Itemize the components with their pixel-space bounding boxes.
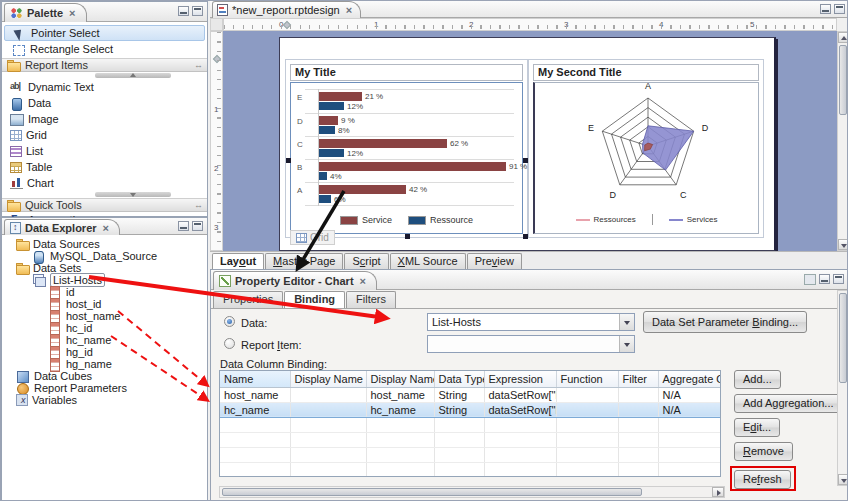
selection-handle[interactable] [286, 158, 291, 163]
column-header-filter[interactable]: Filter [618, 371, 658, 387]
selection-handle[interactable] [523, 234, 528, 239]
property-tab-binding[interactable]: Binding [284, 291, 345, 308]
editor-tab-title: *new_report.rptdesign [232, 4, 340, 16]
palette-tool-rectangle-select[interactable]: Rectangle Select [4, 41, 205, 57]
tree-item-data-sets[interactable]: Data Sets [2, 262, 207, 274]
property-editor-tab[interactable]: Property Editor - Chart × [213, 271, 377, 290]
radar-chart-plot[interactable]: ADCDE RessourcesServices [533, 82, 759, 234]
tree-item-variables[interactable]: Variables [2, 394, 207, 406]
palette-scroll-up[interactable] [2, 72, 207, 79]
edit-button[interactable]: Edit... [734, 418, 780, 437]
palette-item-data[interactable]: Data [2, 95, 207, 111]
data-radio[interactable] [224, 316, 235, 327]
column-header-expression[interactable]: Expression [484, 371, 556, 387]
grid-element-tag[interactable]: Grid [290, 230, 335, 245]
empty-row[interactable] [220, 447, 720, 462]
canvas-vertical-scrollbar[interactable] [837, 31, 848, 251]
tree-item-data-cubes[interactable]: Data Cubes [2, 370, 207, 382]
add-aggregation-button[interactable]: Add Aggregation... [734, 394, 843, 413]
minimize-icon[interactable] [819, 274, 830, 284]
editor-tab-new-report[interactable]: *new_report.rptdesign × [212, 1, 361, 18]
palette-item-dynamic-text[interactable]: Dynamic Text [2, 79, 207, 95]
column-header-name[interactable]: Name [220, 371, 290, 387]
tree-item-label: Variables [32, 394, 77, 406]
minimize-icon[interactable] [178, 6, 189, 16]
minimize-icon[interactable] [820, 4, 831, 14]
selection-handle[interactable] [405, 234, 410, 239]
close-icon[interactable]: × [346, 4, 352, 16]
ruler-marker[interactable] [283, 21, 291, 29]
tree-item-hg-name[interactable]: hg_name [2, 358, 207, 370]
add-button[interactable]: Add... [734, 370, 781, 389]
report-item-radio[interactable] [224, 338, 235, 349]
tree-item-id[interactable]: id [2, 286, 207, 298]
chart-cell-radar[interactable]: My Second Title ADCDE RessourcesServices [528, 59, 764, 238]
tree-item-hc-name[interactable]: hc_name [2, 334, 207, 346]
palette-item-table[interactable]: Table [2, 159, 207, 175]
bar-chart-plot[interactable]: E21 %12%D9 %8%C62 %12%B91 %4%A42 %6% Ser… [290, 82, 523, 234]
empty-row[interactable] [220, 432, 720, 447]
binding-row-hc_name[interactable]: hc_namehc_nameStringdataSetRow["hc...N/A [220, 402, 720, 417]
empty-row[interactable] [220, 417, 720, 432]
sync-icon[interactable] [804, 274, 816, 285]
tab-script[interactable]: Script [344, 253, 388, 269]
close-icon[interactable]: × [69, 7, 75, 19]
tree-item-mysql-data-source[interactable]: MySQL_Data_Source [2, 250, 207, 262]
palette-section-quick-tools[interactable]: Quick Tools ↔ [2, 198, 207, 212]
tree-item-list-hosts[interactable]: List-Hosts [2, 274, 207, 286]
palette-item-image[interactable]: Image [2, 111, 207, 127]
column-header-display-name-id[interactable]: Display Name ID [290, 371, 366, 387]
property-vertical-scrollbar[interactable] [837, 290, 848, 486]
refresh-button[interactable]: Refresh [734, 470, 791, 489]
empty-row[interactable] [220, 462, 720, 477]
palette-scroll-down[interactable] [2, 191, 207, 198]
ruler-marker[interactable] [213, 55, 221, 63]
layout-toggle-icon[interactable]: ↔ [194, 200, 203, 210]
palette-tab[interactable]: Palette × [4, 3, 87, 22]
tab-master-page[interactable]: Master Page [265, 253, 343, 269]
maximize-icon[interactable] [834, 4, 845, 14]
remove-button[interactable]: Remove [734, 442, 793, 461]
data-set-parameter-binding-button[interactable]: Data Set Parameter Binding... [643, 311, 807, 333]
tree-item-hg-id[interactable]: hg_id [2, 346, 207, 358]
report-canvas[interactable]: My Title E21 %12%D9 %8%C62 %12%B91 %4%A4… [223, 31, 837, 251]
chart-cell-bar[interactable]: My Title E21 %12%D9 %8%C62 %12%B91 %4%A4… [285, 59, 528, 238]
report-item-combo[interactable] [427, 335, 635, 353]
tree-item-host-name[interactable]: host_name [2, 310, 207, 322]
tab-layout[interactable]: Layout [212, 253, 264, 269]
dataset-combo[interactable]: List-Hosts [427, 313, 635, 331]
data-column-binding-table[interactable]: NameDisplay Name IDDisplay NameData Type… [219, 370, 721, 477]
tree-item-report-parameters[interactable]: Report Parameters [2, 382, 207, 394]
palette-item-chart[interactable]: Chart [2, 175, 207, 191]
chevron-down-icon[interactable] [619, 336, 634, 352]
close-icon[interactable]: × [360, 275, 366, 287]
palette-section-report-items[interactable]: Report Items ↔ [2, 58, 207, 72]
tree-item-data-sources[interactable]: Data Sources [2, 238, 207, 250]
selection-handle[interactable] [523, 158, 528, 163]
maximize-icon[interactable] [192, 6, 203, 16]
maximize-icon[interactable] [833, 274, 844, 284]
column-header-function[interactable]: Function [556, 371, 618, 387]
close-icon[interactable]: × [103, 222, 109, 234]
binding-row-host_name[interactable]: host_namehost_nameStringdataSetRow["ho..… [220, 387, 720, 402]
tree-item-host-id[interactable]: host_id [2, 298, 207, 310]
column-header-display-name[interactable]: Display Name [366, 371, 434, 387]
report-page[interactable]: My Title E21 %12%D9 %8%C62 %12%B91 %4%A4… [279, 37, 776, 251]
property-tab-filters[interactable]: Filters [346, 291, 396, 308]
palette-tool-pointer-select[interactable]: Pointer Select [4, 25, 205, 41]
column-header-aggregate-on[interactable]: Aggregate On [658, 371, 720, 387]
column-header-data-type[interactable]: Data Type [434, 371, 484, 387]
ruler-number: 5 [750, 20, 754, 29]
property-tab-properties[interactable]: Properties [213, 291, 283, 308]
tab-xml-source[interactable]: XML Source [390, 253, 466, 269]
data-explorer-tab[interactable]: Data Explorer × [4, 219, 120, 235]
tab-preview[interactable]: Preview [467, 253, 522, 269]
tree-item-hc-id[interactable]: hc_id [2, 322, 207, 334]
layout-toggle-icon[interactable]: ↔ [194, 60, 203, 70]
property-horizontal-scrollbar[interactable] [219, 486, 725, 498]
palette-item-list[interactable]: List [2, 143, 207, 159]
minimize-icon[interactable] [178, 221, 189, 231]
palette-item-grid[interactable]: Grid [2, 127, 207, 143]
chevron-down-icon[interactable] [619, 314, 634, 330]
maximize-icon[interactable] [192, 221, 203, 231]
